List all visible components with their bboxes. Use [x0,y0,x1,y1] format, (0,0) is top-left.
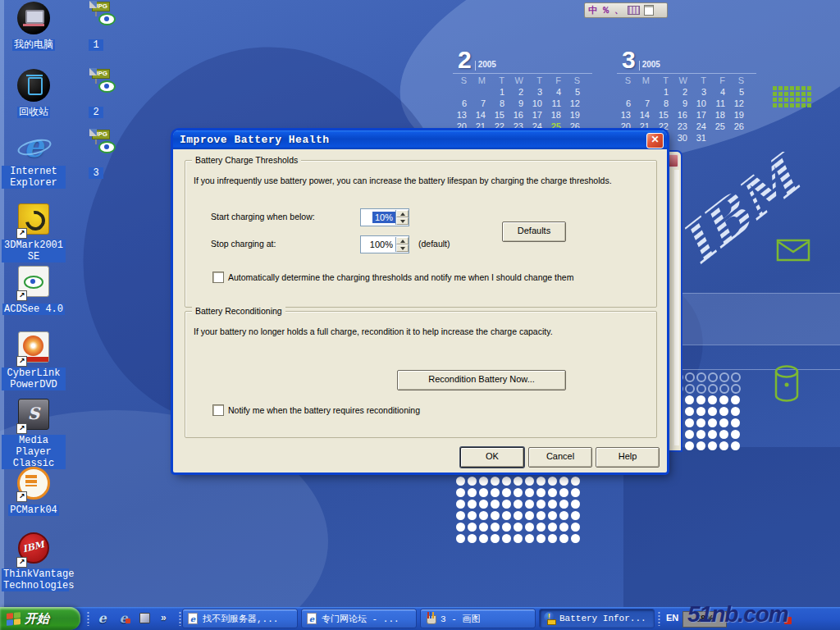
calendar-date: 19 [566,109,585,121]
taskbar-task-button[interactable]: e找不到服务器,... [182,609,298,628]
wallpaper-band [671,293,840,345]
calendar-date: 18 [711,109,730,121]
start-button[interactable]: 开始 [0,607,80,630]
dot [536,500,546,509]
desktop-icon-thinkvantage-technologies[interactable]: IBM↗ThinkVantage Technologies [2,530,66,591]
calendar-date: 16 [509,109,528,121]
my-computer-icon [16,2,51,36]
calendar-day-header: S [566,75,585,86]
desktop-icon-pcmark04[interactable]: ↗PCMark04 [2,464,66,516]
ime-menu-icon[interactable] [644,5,654,16]
taskbar-task-button[interactable]: e专门网论坛 - ... [301,609,417,628]
grid-cell [796,86,800,90]
defaults-button[interactable]: Defaults [502,221,566,242]
ime-keyboard-icon[interactable] [628,6,640,15]
desktop-icon-recycle-bin[interactable]: 回收站 [2,69,66,118]
spin-up-button[interactable] [396,210,409,217]
dot [708,418,717,427]
spin-down-button[interactable] [396,217,409,225]
dot [696,430,705,439]
battery-meter[interactable]: 58% [682,611,727,628]
desktop-icon-cyberlink-powerdvd[interactable]: ↗CyberLink PowerDVD [2,330,66,390]
browser-quicklaunch-icon[interactable]: e [116,611,130,625]
stop-charging-spinner[interactable]: 100% [360,235,409,253]
desktop-icon-internet-explorer[interactable]: eInternet Explorer [2,130,66,189]
desktop-icon-my-computer[interactable]: 我的电脑 [2,2,66,51]
calendar-header: 22005 [453,46,592,71]
quick-launch-chevron[interactable]: » [161,611,175,625]
start-charging-spinner[interactable]: 10% [360,208,409,226]
tray-status-icon[interactable] [784,617,792,624]
show-desktop-icon[interactable] [138,611,152,625]
calendar-date: 13 [617,109,636,121]
dot [708,407,717,416]
start-charging-value[interactable]: 10% [372,212,395,223]
ime-punctuation-icon[interactable]: 、 [614,4,623,16]
spin-up-button[interactable] [396,237,409,244]
calendar-date: 15 [655,109,673,121]
desktop-icon-3dmark2001-se[interactable]: ↗3DMark2001 SE [2,202,66,262]
calendar-day-header: W [673,75,692,86]
notify-reconditioning-checkbox[interactable] [212,404,224,416]
cancel-button[interactable]: Cancel [528,447,592,468]
dot [696,384,706,394]
dot [491,488,500,497]
desktop-icon-label: 1 [89,39,103,51]
calendar-date [453,86,472,98]
auto-determine-checkbox[interactable] [212,272,224,283]
dot [491,523,500,532]
recondition-battery-now-button[interactable]: Recondition Battery Now... [397,370,566,390]
dot [468,534,477,543]
grid-cell [773,86,777,90]
dot [548,500,557,509]
calendar-date: 18 [547,109,566,121]
desktop-icon-jpg-2[interactable]: JPG2 [75,69,116,118]
desktop-icon-jpg-3[interactable]: JPG3 [75,130,116,179]
ime-width-icon[interactable]: ％ [601,4,610,16]
spin-down-button[interactable] [396,244,409,252]
calendar-date: 8 [491,98,509,109]
auto-determine-label[interactable]: Automatically determine the charging thr… [228,272,573,282]
calendar-divider [617,73,756,74]
dot [525,523,534,532]
dot [559,534,568,543]
notify-reconditioning-label[interactable]: Notify me when the battery requires reco… [228,405,420,415]
calendar-date: 24 [692,121,711,132]
calendar-day-header: M [472,75,491,86]
improve-battery-health-dialog: Improve Battery Health ✕ Battery Charge … [173,130,667,472]
battery-warning-icon: ! [543,612,556,625]
desktop-icon-jpg-1[interactable]: JPG1 [75,2,116,51]
calendar-date [636,86,655,98]
calendar-date [711,132,730,144]
dot [719,441,728,450]
stop-charging-value[interactable]: 100% [368,239,395,250]
ok-button[interactable]: OK [460,447,524,468]
grid-cell [773,92,777,96]
dot [571,500,580,509]
grid-cell [778,86,783,90]
dot [468,488,477,497]
calendar-date: 31 [692,132,711,144]
ime-language-bar[interactable]: 中％、 [584,2,668,18]
calendar-date: 17 [528,109,547,121]
dot [491,511,500,520]
calendar-day-header: S [617,75,636,86]
dialog-titlebar[interactable]: Improve Battery Health ✕ [173,130,667,149]
grid-cell [784,98,788,102]
help-button[interactable]: Help [596,447,660,468]
internet-explorer-quicklaunch-icon[interactable]: e [95,611,109,625]
calendar-day-header: W [509,75,528,86]
desktop-icon-label: Internet Explorer [2,166,66,189]
grid-cell [784,103,788,107]
desktop-icon-acdsee-4-0[interactable]: ↗ACDSee 4.0 [2,264,66,315]
taskbar-task-button[interactable]: 3 - 画图 [420,609,536,628]
taskbar-task-active[interactable]: !Battery Infor... [539,609,655,628]
calendar-date: 12 [566,98,585,109]
dot [731,430,740,439]
desktop-icon-media-player-classic[interactable]: S↗Media Player Classic [2,397,66,469]
jpg-file-icon: JPG [79,69,113,103]
language-indicator[interactable]: EN [666,613,678,623]
ime-language-icon[interactable]: 中 [588,4,597,16]
close-button[interactable]: ✕ [646,133,664,148]
dot [571,488,580,497]
